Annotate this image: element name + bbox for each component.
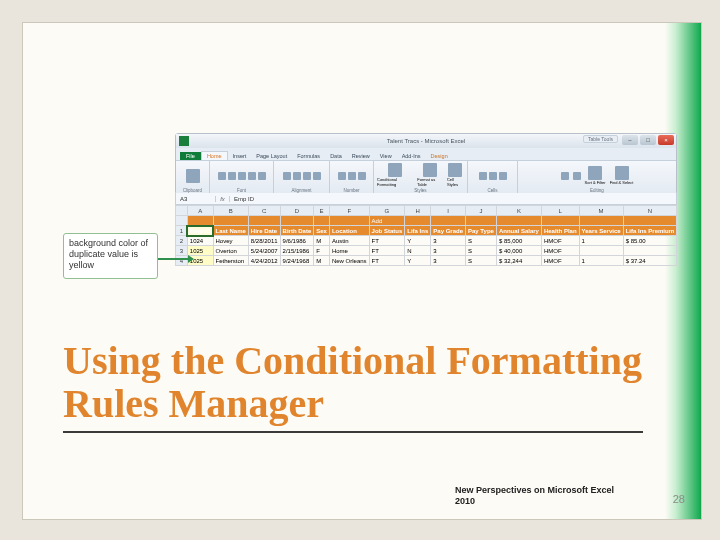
cell[interactable]: Y <box>405 236 431 246</box>
col-E[interactable]: E <box>314 206 330 216</box>
tab-data[interactable]: Data <box>325 152 347 160</box>
tab-formulas[interactable]: Formulas <box>292 152 325 160</box>
insert-cells-icon[interactable] <box>479 172 487 180</box>
autosum-icon[interactable] <box>561 172 569 180</box>
table-header-cell[interactable] <box>329 216 369 226</box>
table-header-cell[interactable] <box>465 216 496 226</box>
cell[interactable]: 3 <box>431 246 466 256</box>
cell[interactable]: HMOF <box>541 246 579 256</box>
tab-review[interactable]: Review <box>347 152 375 160</box>
fx-icon[interactable]: fx <box>216 196 230 202</box>
close-button[interactable]: × <box>658 135 674 145</box>
table-header-cell[interactable] <box>579 216 623 226</box>
table-header-sex[interactable]: Sex <box>314 226 330 236</box>
select-all-corner[interactable] <box>176 206 188 216</box>
table-header-annualsalary[interactable]: Annual Salary <box>496 226 541 236</box>
cell[interactable]: 1024 <box>187 236 213 246</box>
row-head[interactable]: 3 <box>176 246 188 256</box>
cell[interactable]: 5/24/2007 <box>248 246 280 256</box>
cell[interactable]: M <box>314 236 330 246</box>
row-head[interactable]: 2 <box>176 236 188 246</box>
delete-cells-icon[interactable] <box>489 172 497 180</box>
cell[interactable]: 1 <box>579 256 623 266</box>
table-header-cell[interactable] <box>623 216 676 226</box>
percent-icon[interactable] <box>348 172 356 180</box>
cell[interactable]: 9/24/1968 <box>280 256 314 266</box>
cell[interactable]: FT <box>369 246 405 256</box>
cell[interactable]: 3 <box>431 256 466 266</box>
cell[interactable]: HMOF <box>541 256 579 266</box>
cell[interactable]: F <box>314 246 330 256</box>
cell-styles-icon[interactable] <box>448 163 462 177</box>
cell-duplicate[interactable]: 1025 <box>187 246 213 256</box>
underline-icon[interactable] <box>238 172 246 180</box>
tab-page-layout[interactable]: Page Layout <box>251 152 292 160</box>
table-header-lifains[interactable]: Lifa Ins <box>405 226 431 236</box>
table-header-cell[interactable] <box>213 216 248 226</box>
cell[interactable] <box>579 246 623 256</box>
cell[interactable]: $ 85.00 <box>623 236 676 246</box>
cell[interactable]: 2/15/1986 <box>280 246 314 256</box>
align-left-icon[interactable] <box>283 172 291 180</box>
table-header-cell[interactable]: Add <box>369 216 405 226</box>
cell[interactable]: 4/24/2012 <box>248 256 280 266</box>
cell[interactable]: HMOF <box>541 236 579 246</box>
table-header-cell[interactable] <box>541 216 579 226</box>
tab-home[interactable]: Home <box>201 151 228 160</box>
cell[interactable]: 8/28/2011 <box>248 236 280 246</box>
border-icon[interactable] <box>248 172 256 180</box>
cell[interactable]: N <box>405 246 431 256</box>
table-header-birthdate[interactable]: Birth Date <box>280 226 314 236</box>
table-header-cell[interactable] <box>248 216 280 226</box>
cell[interactable]: 3 <box>431 236 466 246</box>
cell[interactable]: FT <box>369 256 405 266</box>
paste-icon[interactable] <box>186 169 200 183</box>
table-header-paygrade[interactable]: Pay Grade <box>431 226 466 236</box>
table-header-location[interactable]: Location <box>329 226 369 236</box>
table-header-cell[interactable] <box>405 216 431 226</box>
cell[interactable]: Austin <box>329 236 369 246</box>
name-box[interactable]: A3 <box>176 196 216 202</box>
worksheet-grid[interactable]: A B C D E F G H I J K L M N <box>175 205 677 266</box>
col-B[interactable]: B <box>213 206 248 216</box>
align-center-icon[interactable] <box>293 172 301 180</box>
table-header-cell[interactable] <box>431 216 466 226</box>
italic-icon[interactable] <box>228 172 236 180</box>
col-N[interactable]: N <box>623 206 676 216</box>
col-J[interactable]: J <box>465 206 496 216</box>
col-L[interactable]: L <box>541 206 579 216</box>
currency-icon[interactable] <box>338 172 346 180</box>
fill-icon[interactable] <box>573 172 581 180</box>
format-cells-icon[interactable] <box>499 172 507 180</box>
conditional-formatting-icon[interactable] <box>388 163 402 177</box>
col-F[interactable]: F <box>329 206 369 216</box>
find-select-icon[interactable] <box>615 166 629 180</box>
col-D[interactable]: D <box>280 206 314 216</box>
cell[interactable]: Overton <box>213 246 248 256</box>
table-header-hiredate[interactable]: Hire Date <box>248 226 280 236</box>
cell[interactable]: $ 40,000 <box>496 246 541 256</box>
tab-insert[interactable]: Insert <box>228 152 252 160</box>
cell[interactable]: $ 32,244 <box>496 256 541 266</box>
cell[interactable]: New Orleans <box>329 256 369 266</box>
align-right-icon[interactable] <box>303 172 311 180</box>
sort-filter-icon[interactable] <box>588 166 602 180</box>
col-G[interactable]: G <box>369 206 405 216</box>
cell[interactable]: Y <box>405 256 431 266</box>
table-header-yearsservice[interactable]: Years Service <box>579 226 623 236</box>
cell[interactable] <box>623 246 676 256</box>
table-header-healthplan[interactable]: Health Plan <box>541 226 579 236</box>
table-header-jobstatus[interactable]: Job Status <box>369 226 405 236</box>
cell[interactable]: S <box>465 246 496 256</box>
table-header-cell[interactable] <box>314 216 330 226</box>
cell[interactable]: FT <box>369 236 405 246</box>
cell[interactable]: $ 37.24 <box>623 256 676 266</box>
col-K[interactable]: K <box>496 206 541 216</box>
col-M[interactable]: M <box>579 206 623 216</box>
comma-icon[interactable] <box>358 172 366 180</box>
cell[interactable]: 1 <box>579 236 623 246</box>
fill-color-icon[interactable] <box>258 172 266 180</box>
table-header-paytype[interactable]: Pay Type <box>465 226 496 236</box>
tab-addins[interactable]: Add-Ins <box>397 152 426 160</box>
formula-value[interactable]: Emp ID <box>230 196 254 202</box>
